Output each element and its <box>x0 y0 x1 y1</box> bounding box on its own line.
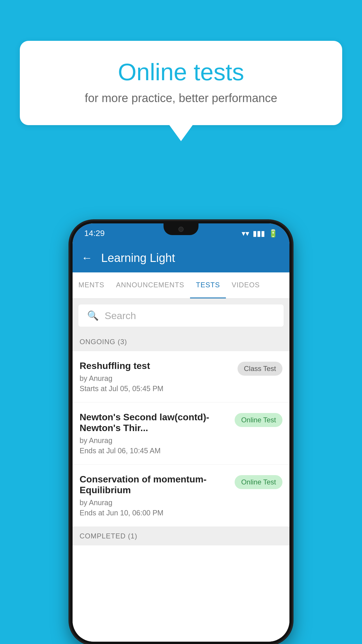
tab-videos[interactable]: VIDEOS <box>226 272 266 298</box>
camera <box>178 227 184 232</box>
tab-announcements[interactable]: ANNOUNCEMENTS <box>110 272 190 298</box>
ongoing-section-header: ONGOING (3) <box>73 332 289 351</box>
app-title: Learning Light <box>101 251 175 265</box>
wifi-icon: ▾▾ <box>242 229 249 238</box>
phone-frame: 14:29 ▾▾ ▮▮▮ 🔋 ← Learning Light MENTS <box>70 221 292 644</box>
test-badge-newtons: Online Test <box>235 413 282 427</box>
test-info-conservation: Conservation of momentum-Equilibrium by … <box>80 474 235 517</box>
phone-screen: 14:29 ▾▾ ▮▮▮ 🔋 ← Learning Light MENTS <box>73 223 289 642</box>
test-time-conservation: Ends at Jun 10, 06:00 PM <box>80 509 230 517</box>
test-info-newtons: Newton's Second law(contd)-Newton's Thir… <box>80 412 235 455</box>
test-name-reshuffling: Reshuffling test <box>80 360 233 371</box>
phone-container: 14:29 ▾▾ ▮▮▮ 🔋 ← Learning Light MENTS <box>70 221 292 644</box>
test-time-newtons: Ends at Jul 06, 10:45 AM <box>80 447 230 455</box>
notch <box>164 223 198 235</box>
test-item-reshuffling[interactable]: Reshuffling test by Anurag Starts at Jul… <box>73 351 289 402</box>
status-bar: 14:29 ▾▾ ▮▮▮ 🔋 <box>73 223 289 243</box>
app-bar: ← Learning Light <box>73 243 289 272</box>
tab-ments[interactable]: MENTS <box>73 272 110 298</box>
status-icons: ▾▾ ▮▮▮ 🔋 <box>242 229 278 238</box>
signal-icon: ▮▮▮ <box>253 229 265 238</box>
speech-bubble-arrow <box>169 125 193 141</box>
test-author-reshuffling: by Anurag <box>80 374 233 383</box>
test-name-conservation: Conservation of momentum-Equilibrium <box>80 474 230 496</box>
battery-icon: 🔋 <box>268 229 278 238</box>
search-icon: 🔍 <box>87 310 99 321</box>
speech-bubble-title: Online tests <box>43 58 319 86</box>
test-author-newtons: by Anurag <box>80 436 230 445</box>
speech-bubble-section: Online tests for more practice, better p… <box>20 41 342 141</box>
test-badge-reshuffling: Class Test <box>238 362 282 376</box>
test-item-conservation[interactable]: Conservation of momentum-Equilibrium by … <box>73 465 289 527</box>
status-time: 14:29 <box>84 229 105 238</box>
test-name-newtons: Newton's Second law(contd)-Newton's Thir… <box>80 412 230 433</box>
speech-bubble-subtitle: for more practice, better performance <box>43 92 319 105</box>
back-button[interactable]: ← <box>81 252 92 264</box>
search-bar[interactable]: 🔍 Search <box>78 304 284 327</box>
tests-list: Reshuffling test by Anurag Starts at Jul… <box>73 351 289 642</box>
test-item-newtons[interactable]: Newton's Second law(contd)-Newton's Thir… <box>73 402 289 465</box>
test-author-conservation: by Anurag <box>80 498 230 507</box>
completed-section-header: COMPLETED (1) <box>73 527 289 545</box>
tabs-bar: MENTS ANNOUNCEMENTS TESTS VIDEOS <box>73 272 289 299</box>
speech-bubble: Online tests for more practice, better p… <box>20 41 342 125</box>
test-time-reshuffling: Starts at Jul 05, 05:45 PM <box>80 384 233 393</box>
search-container: 🔍 Search <box>73 299 289 332</box>
tab-tests[interactable]: TESTS <box>190 272 226 298</box>
test-info-reshuffling: Reshuffling test by Anurag Starts at Jul… <box>80 360 238 393</box>
test-badge-conservation: Online Test <box>235 475 282 489</box>
search-input[interactable]: Search <box>105 310 136 321</box>
